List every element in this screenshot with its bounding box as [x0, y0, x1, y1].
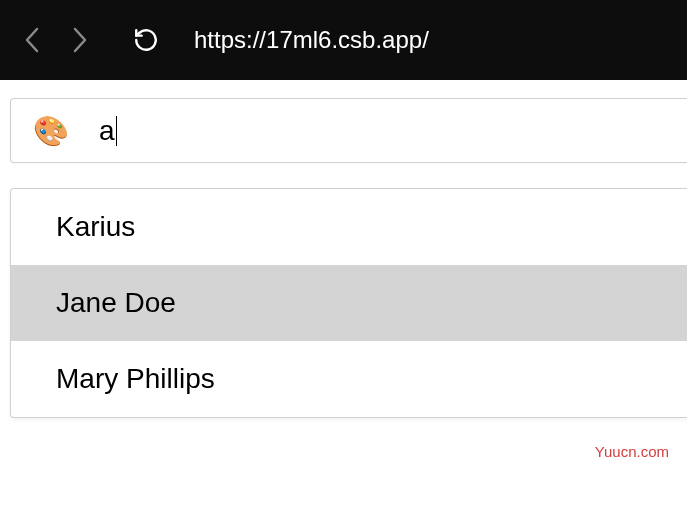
text-cursor [116, 116, 118, 146]
address-bar[interactable]: https://17ml6.csb.app/ [194, 26, 675, 54]
autocomplete-input[interactable]: 🎨 a [10, 98, 687, 163]
suggestion-label: Karius [56, 211, 135, 242]
search-value: a [99, 115, 115, 147]
search-field[interactable]: a [99, 115, 117, 147]
suggestion-item[interactable]: Karius [11, 189, 687, 265]
url-text: https://17ml6.csb.app/ [194, 26, 429, 53]
palette-icon: 🎨 [33, 114, 69, 148]
refresh-button[interactable] [126, 20, 166, 60]
watermark: Yuucn.com [595, 443, 669, 460]
suggestion-item[interactable]: Mary Phillips [11, 341, 687, 417]
forward-button[interactable] [60, 20, 100, 60]
page-content: 🎨 a Karius Jane Doe Mary Phillips [0, 80, 687, 418]
autocomplete-dropdown: Karius Jane Doe Mary Phillips [10, 188, 687, 418]
back-button[interactable] [12, 20, 52, 60]
browser-toolbar: https://17ml6.csb.app/ [0, 0, 687, 80]
suggestion-label: Jane Doe [56, 287, 176, 318]
suggestion-item[interactable]: Jane Doe [11, 265, 687, 341]
suggestion-label: Mary Phillips [56, 363, 215, 394]
chevron-left-icon [24, 27, 40, 53]
chevron-right-icon [72, 27, 88, 53]
refresh-icon [133, 27, 159, 53]
